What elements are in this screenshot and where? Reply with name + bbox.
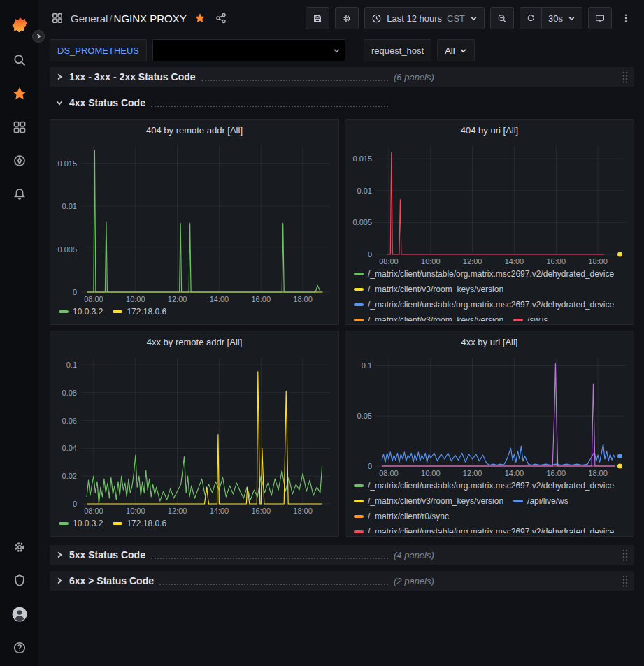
dashboard-toolbar: General / NGINX PROXY (38, 0, 644, 36)
refresh-interval-value: 30s (548, 13, 563, 24)
legend-item[interactable]: /sw.js (513, 314, 548, 321)
panel-title[interactable]: 404 by uri [All] (348, 120, 631, 140)
apps-grid-icon[interactable] (50, 10, 65, 26)
refresh-dashboard-button[interactable] (520, 7, 542, 29)
svg-text:18:00: 18:00 (293, 507, 313, 515)
chart-404-by-uri[interactable]: 08:0010:0012:0014:0016:0018:0000.0050.01… (348, 140, 631, 267)
series-label: /sw.js (527, 315, 548, 321)
svg-text:0.1: 0.1 (66, 361, 77, 369)
legend-item[interactable]: /_matrix/client/v3/room_keys/version (354, 314, 503, 321)
star-icon (12, 86, 27, 101)
svg-text:18:00: 18:00 (588, 469, 608, 477)
sidebar-item-profile[interactable] (0, 598, 38, 631)
series-color-swatch (59, 310, 69, 313)
series-label: /_matrix/client/unstable/org.matrix.msc2… (368, 269, 614, 279)
grafana-flame-icon (10, 16, 29, 36)
datasource-variable-label[interactable]: DS_PROMETHEUS (50, 39, 147, 61)
share-dashboard-button[interactable] (213, 10, 229, 26)
refresh-controls: 30s (520, 7, 582, 29)
row-dotted-leader (159, 584, 388, 585)
legend-item[interactable]: /_matrix/client/unstable/org.matrix.msc2… (354, 268, 614, 280)
timezone-label: CST (447, 13, 465, 24)
row-4xx[interactable]: 4xx Status Code (50, 93, 634, 113)
chevron-right-icon (54, 577, 65, 584)
cycle-view-mode-button[interactable] (588, 7, 612, 29)
panel-404-by-remote-addr: 404 by remote addr [All] 08:0010:0012:00… (50, 119, 339, 325)
legend-item[interactable]: /_matrix/client/v3/room_keys/version (354, 284, 503, 295)
dashboard-canvas: 1xx - 3xx - 2xx Status Code (6 panels) 4… (38, 64, 644, 666)
legend-item[interactable]: 172.18.0.6 (113, 306, 166, 317)
grafana-app: General / NGINX PROXY (0, 0, 644, 666)
dashboard-settings-button[interactable] (335, 7, 359, 29)
sidebar-item-help[interactable] (0, 631, 38, 665)
legend-item[interactable]: /_matrix/client/unstable/org.matrix.msc2… (354, 299, 614, 310)
svg-text:08:00: 08:00 (84, 295, 103, 303)
favorite-star-button[interactable] (192, 10, 208, 26)
row-drag-handle[interactable] (622, 574, 629, 587)
sidebar-item-configuration[interactable] (0, 530, 38, 564)
request-host-variable-select[interactable]: All (437, 39, 474, 61)
chart-404-by-remote-addr[interactable]: 08:0010:0012:0014:0016:0018:0000.0050.01… (53, 140, 336, 305)
breadcrumb-dashboard-title[interactable]: NGINX PROXY (114, 13, 187, 24)
svg-text:0.1: 0.1 (362, 361, 372, 370)
time-range-picker[interactable]: Last 12 hours CST (364, 7, 485, 29)
legend-item[interactable]: /_matrix/client/unstable/org.matrix.msc2… (354, 480, 614, 491)
legend-item[interactable]: /api/live/ws (513, 495, 568, 507)
svg-text:14:00: 14:00 (210, 295, 229, 303)
svg-text:16:00: 16:00 (252, 507, 271, 515)
breadcrumb-section[interactable]: General (71, 13, 108, 24)
sidebar-expand-button[interactable] (32, 30, 45, 43)
row-1xx-3xx-2xx[interactable]: 1xx - 3xx - 2xx Status Code (6 panels) (50, 67, 634, 87)
chevron-right-icon (36, 34, 41, 39)
refresh-icon (527, 13, 535, 23)
sidebar-item-dashboards[interactable] (0, 110, 38, 144)
save-dashboard-button[interactable] (306, 7, 329, 29)
legend-item[interactable]: 10.0.3.2 (59, 306, 103, 317)
share-icon (215, 13, 227, 24)
panel-title[interactable]: 4xx by remote addr [All] (53, 331, 336, 352)
refresh-interval-dropdown[interactable]: 30s (542, 7, 582, 29)
sidebar-item-explore[interactable] (0, 144, 38, 178)
series-color-swatch (354, 530, 364, 533)
svg-text:12:00: 12:00 (463, 469, 482, 477)
panel-title[interactable]: 404 by remote addr [All] (53, 120, 336, 140)
svg-text:16:00: 16:00 (547, 257, 566, 266)
panel-title[interactable]: 4xx by uri [All] (348, 331, 631, 352)
row-drag-handle[interactable] (622, 549, 629, 561)
main-area: General / NGINX PROXY (38, 0, 644, 666)
chart-4xx-by-uri[interactable]: 08:0010:0012:0014:0016:0018:0000.050.1 (348, 352, 631, 479)
series-color-swatch (354, 273, 364, 275)
series-color-swatch (113, 522, 122, 525)
sidebar-item-server-admin[interactable] (0, 564, 38, 598)
row-6xx[interactable]: 6xx > Status Code (2 panels) (50, 571, 634, 591)
legend-item[interactable]: /_matrix/client/unstable/org.matrix.msc2… (354, 526, 614, 533)
legend-item[interactable]: 10.0.3.2 (59, 518, 103, 529)
svg-text:14:00: 14:00 (210, 507, 229, 515)
datasource-variable-select[interactable] (152, 39, 345, 61)
sidebar-item-search[interactable] (0, 43, 38, 77)
legend-item[interactable]: /_matrix/client/v3/room_keys/version (354, 495, 503, 507)
svg-text:0.015: 0.015 (352, 154, 372, 163)
series-label: /_matrix/client/r0/sync (368, 512, 449, 521)
legend-item[interactable]: 172.18.0.6 (113, 518, 166, 529)
row-5xx[interactable]: 5xx Status Code (4 panels) (50, 545, 634, 565)
sidebar-item-alerting[interactable] (0, 178, 38, 211)
zoom-out-time-button[interactable] (490, 7, 514, 29)
row-drag-handle[interactable] (622, 71, 629, 83)
request-host-variable-label[interactable]: request_host (364, 39, 431, 61)
gear-icon (13, 540, 27, 554)
svg-text:08:00: 08:00 (379, 257, 399, 266)
svg-text:10:00: 10:00 (421, 469, 441, 477)
series-color-swatch (113, 310, 122, 313)
more-options-button[interactable] (617, 7, 634, 29)
chevron-right-icon (54, 551, 65, 558)
legend-item[interactable]: /_matrix/client/r0/sync (354, 511, 449, 522)
help-icon (13, 641, 27, 655)
panel-404-by-uri: 404 by uri [All] 08:0010:0012:0014:0016:… (345, 119, 634, 325)
chart-4xx-by-remote-addr[interactable]: 08:0010:0012:0014:0016:0018:0000.020.040… (53, 352, 336, 516)
panel-4xx-by-remote-addr: 4xx by remote addr [All] 08:0010:0012:00… (50, 331, 339, 537)
series-color-swatch (354, 500, 364, 502)
sidebar-item-starred[interactable] (0, 77, 38, 110)
compass-icon (13, 154, 27, 168)
svg-text:16:00: 16:00 (547, 469, 566, 477)
